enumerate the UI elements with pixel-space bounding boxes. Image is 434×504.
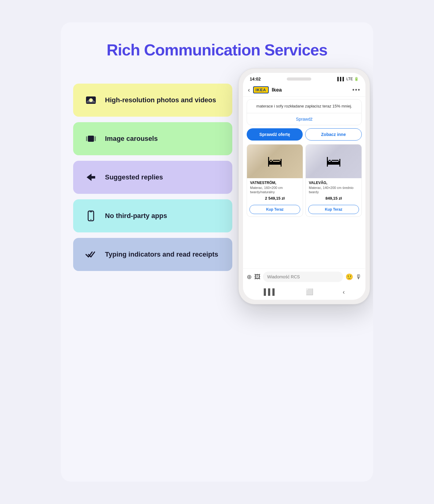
- product-price-1: 2 549,15 zł: [250, 196, 300, 201]
- add-attachment-icon[interactable]: ⊕: [247, 273, 252, 280]
- product-image-2: [306, 145, 361, 178]
- ikea-logo: IKEA: [253, 86, 269, 93]
- message-input[interactable]: [263, 272, 343, 282]
- product-image-1: [247, 145, 303, 178]
- nav-home-icon[interactable]: ⬜: [306, 288, 313, 295]
- product-desc-2: Materac, 140×200 cm średnio twardy: [309, 186, 358, 194]
- feature-list: High-resolution photos and videos Image …: [73, 77, 232, 271]
- photo-icon: [83, 92, 99, 108]
- product-card-2: VALEVÅG, Materac, 140×200 cm średnio twa…: [305, 144, 362, 217]
- network-label: LTE: [346, 77, 353, 81]
- chat-input-bar: ⊕ 🖼 🙂 🎙: [243, 268, 365, 285]
- product-price-2: 849,15 zł: [309, 196, 358, 201]
- product-name-1: VATNESTRÖM,: [250, 181, 300, 185]
- see-others-button[interactable]: Zobacz inne: [305, 128, 362, 141]
- feature-item-carousels: Image carousels: [73, 122, 232, 155]
- chat-menu-button[interactable]: •••: [352, 86, 361, 93]
- battery-icon: 🔋: [354, 77, 359, 81]
- phone-outer: 14:02 ▌▌▌ LTE 🔋 ‹ IKEA Ikea •••: [238, 68, 370, 304]
- page-title: Rich Communication Services: [73, 41, 361, 59]
- chat-header: ‹ IKEA Ikea •••: [243, 83, 365, 97]
- nav-back-icon[interactable]: ‹: [343, 288, 345, 295]
- mic-icon[interactable]: 🎙: [356, 273, 362, 280]
- status-bar: 14:02 ▌▌▌ LTE 🔋: [243, 73, 365, 83]
- feature-item-replies: Suggested replies: [73, 161, 232, 194]
- action-buttons: Sprawdź ofertę Zobacz inne: [247, 128, 362, 141]
- svg-point-9: [91, 219, 92, 220]
- svg-rect-4: [86, 136, 87, 141]
- message-link[interactable]: Sprawdź: [247, 113, 361, 125]
- phone-icon: [83, 208, 99, 224]
- feature-label-replies: Suggested replies: [105, 173, 163, 181]
- status-time: 14:02: [250, 77, 261, 81]
- emoji-icon[interactable]: 🙂: [346, 273, 353, 280]
- chat-name: Ikea: [272, 87, 349, 93]
- feature-item-noapps: No third-party apps: [73, 199, 232, 232]
- feature-label-typing: Typing indicators and read receipts: [105, 250, 218, 258]
- product-card-1: VATNESTRÖM, Materac, 160×200 cm twardy/n…: [247, 144, 303, 217]
- back-button[interactable]: ‹: [248, 86, 250, 93]
- svg-marker-6: [87, 174, 95, 181]
- feature-item-typing: Typing indicators and read receipts: [73, 238, 232, 271]
- content-area: High-resolution photos and videos Image …: [73, 77, 361, 271]
- feature-item-photos: High-resolution photos and videos: [73, 84, 232, 117]
- svg-rect-8: [90, 212, 92, 212]
- page-container: Rich Communication Services High-resolut…: [61, 22, 373, 482]
- product-row: VATNESTRÖM, Materac, 160×200 cm twardy/n…: [247, 144, 362, 217]
- feature-label-photos: High-resolution photos and videos: [105, 96, 216, 104]
- phone-inner: 14:02 ▌▌▌ LTE 🔋 ‹ IKEA Ikea •••: [243, 73, 365, 300]
- carousel-icon: [83, 131, 99, 147]
- buy-now-button-2[interactable]: Kup Teraz: [308, 205, 359, 214]
- status-notch: [287, 77, 311, 81]
- nav-recent-icon[interactable]: ▌▌▌: [264, 288, 277, 295]
- product-desc-1: Materac, 160×200 cm twardy/naturalny: [250, 186, 300, 194]
- check-offer-button[interactable]: Sprawdź ofertę: [247, 128, 303, 141]
- check-icon: [83, 246, 99, 262]
- sprawdz-link[interactable]: Sprawdź: [296, 117, 312, 122]
- product-info-2: VALEVÅG, Materac, 140×200 cm średnio twa…: [306, 178, 361, 203]
- product-info-1: VATNESTRÖM, Materac, 160×200 cm twardy/n…: [247, 178, 303, 203]
- reply-icon: [83, 169, 99, 185]
- status-icons: ▌▌▌ LTE 🔋: [337, 77, 359, 81]
- phone-navbar: ▌▌▌ ⬜ ‹: [243, 285, 365, 300]
- signal-icon: ▌▌▌: [337, 77, 345, 81]
- svg-rect-3: [88, 136, 94, 142]
- feature-label-carousels: Image carousels: [105, 135, 158, 143]
- product-name-2: VALEVÅG,: [309, 181, 358, 185]
- phone-mockup: 14:02 ▌▌▌ LTE 🔋 ‹ IKEA Ikea •••: [238, 68, 370, 304]
- feature-label-noapps: No third-party apps: [105, 212, 167, 220]
- buy-now-button-1[interactable]: Kup Teraz: [249, 205, 300, 214]
- message-card: materace i sofy rozkładane zapłacisz ter…: [247, 99, 362, 125]
- message-text: materace i sofy rozkładane zapłacisz ter…: [247, 100, 361, 113]
- image-attach-icon[interactable]: 🖼: [254, 273, 260, 280]
- chat-body: materace i sofy rozkładane zapłacisz ter…: [243, 97, 365, 268]
- svg-rect-5: [95, 136, 96, 141]
